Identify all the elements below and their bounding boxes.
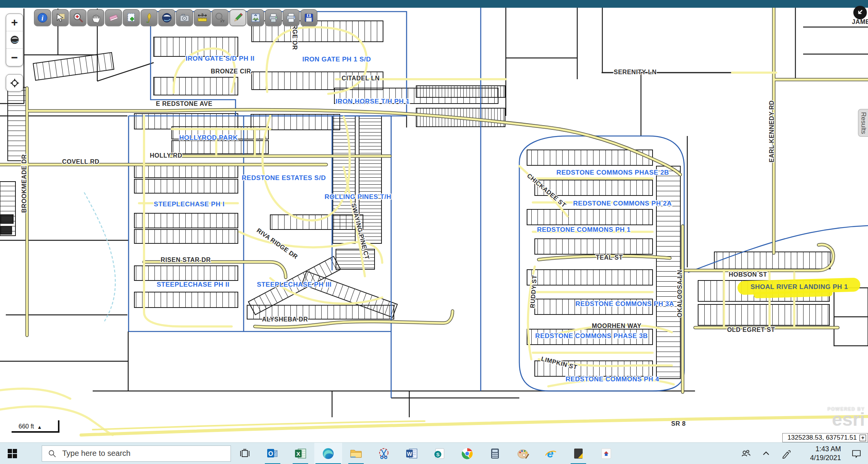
zoom-to-xy-button[interactable]: XY — [212, 9, 229, 26]
globe-view-button[interactable] — [158, 9, 175, 26]
save-button[interactable] — [300, 9, 317, 26]
sharepoint-icon: S — [433, 447, 446, 460]
print-button[interactable] — [283, 9, 300, 26]
measure-button[interactable]: ? — [194, 9, 211, 26]
search-input[interactable] — [61, 449, 225, 458]
arrow-down-left-icon — [856, 9, 864, 17]
windows-taskbar: O X — [0, 442, 868, 464]
print-preview-button[interactable] — [265, 9, 282, 26]
windows-ink-pen-icon[interactable] — [781, 449, 791, 459]
app-snipping-tool[interactable] — [370, 443, 398, 464]
file-explorer-icon — [349, 447, 363, 460]
taskbar-search[interactable] — [42, 445, 231, 462]
svg-text:S: S — [436, 452, 440, 457]
map-add-icon — [125, 12, 137, 24]
label-brookmeade-dr: BROOKMEADE DR — [21, 154, 27, 212]
taskbar-clock[interactable]: 1:43 AM 4/19/2021 — [801, 445, 841, 462]
label-okaloosa-ln: OKALOOSA LN — [676, 270, 683, 317]
export-image-button[interactable] — [247, 9, 264, 26]
crosshair-icon — [9, 78, 20, 88]
results-tab[interactable]: Results — [858, 109, 868, 137]
label-earl-kennedy-rd: EARL KENNEDY RD — [768, 100, 775, 163]
scale-bar: 660 ft ▲ — [12, 420, 59, 433]
app-word[interactable]: W — [398, 443, 426, 464]
start-button[interactable] — [0, 443, 25, 464]
app-paint[interactable] — [509, 443, 537, 464]
esri-watermark: POWERED BY esri — [827, 406, 865, 428]
label-riva-ridge-dr: RIVA RIDGE DR — [256, 227, 299, 260]
screenshot-button[interactable] — [176, 9, 193, 26]
map-canvas[interactable]: BRONZE CIR FORGE DR CITADEL LN E REDSTON… — [0, 0, 868, 442]
coordinates-value: 1325238.53, 637571.51 — [787, 434, 857, 442]
eraser-icon — [108, 12, 119, 24]
chevron-up-icon[interactable] — [761, 449, 771, 458]
search-icon — [48, 449, 56, 458]
app-outlook[interactable]: O — [259, 443, 287, 464]
label-iron-horse: IRON HORSE T/H PH 1 — [336, 98, 410, 105]
app-light-home[interactable] — [592, 443, 620, 464]
roads-yellow — [0, 8, 868, 435]
label-steeplechase-2: STEEPLECHASE PH II — [157, 281, 229, 288]
task-view-button[interactable] — [231, 443, 259, 464]
zoom-in-control[interactable]: + — [6, 14, 23, 31]
zoom-out-control[interactable]: − — [6, 49, 23, 66]
edge-icon — [322, 447, 335, 460]
collapse-results-button[interactable] — [853, 6, 867, 19]
label-risen-star-dr: RISEN STAR DR — [161, 257, 211, 263]
app-sharepoint[interactable]: S — [426, 443, 453, 464]
dark-app-icon — [573, 448, 584, 459]
pan-button[interactable] — [87, 9, 104, 26]
coordinates-readout: 1325238.53, 637571.51 + — [782, 433, 868, 442]
pan-hand-icon — [90, 12, 102, 24]
select-by-rectangle-button[interactable] — [52, 9, 69, 26]
select-cursor-icon — [54, 12, 66, 24]
outlook-icon: O — [266, 447, 279, 460]
plus-glyph: + — [861, 435, 864, 440]
info-icon: i — [37, 12, 48, 24]
pencil-icon — [232, 12, 244, 24]
label-james: JAMES — [852, 19, 868, 25]
app-internet-explorer[interactable]: e — [537, 443, 565, 464]
label-old-egret-st: OLD EGRET ST — [727, 326, 775, 333]
app-dark-notes[interactable] — [565, 443, 592, 464]
app-file-explorer[interactable] — [342, 443, 370, 464]
zoom-out-glyph: − — [11, 51, 18, 64]
app-chrome[interactable] — [453, 443, 481, 464]
camera-icon — [179, 12, 190, 24]
placemark-button[interactable] — [141, 9, 158, 26]
svg-text:i: i — [41, 14, 44, 22]
draw-button[interactable] — [229, 9, 246, 26]
label-covell-rd: COVELL RD — [62, 158, 100, 165]
coordinates-expand-button[interactable]: + — [860, 435, 866, 441]
svg-text:XY: XY — [220, 19, 225, 23]
snipping-tool-icon — [378, 447, 390, 460]
locate-button[interactable] — [6, 74, 23, 92]
label-serenity-ln: SERENITY LN — [614, 69, 657, 75]
label-commons-3b: REDSTONE COMMONS PHASE 3B — [535, 332, 648, 340]
subdivision-boundaries — [129, 8, 868, 398]
erase-button[interactable] — [105, 9, 122, 26]
svg-text:W: W — [407, 450, 412, 457]
browser-top-strip — [0, 0, 868, 8]
label-sr8: SR 8 — [671, 420, 686, 427]
people-icon[interactable] — [741, 448, 751, 459]
label-bronze-cir: BRONZE CIR — [211, 68, 251, 75]
add-selection-button[interactable] — [123, 9, 140, 26]
app-excel[interactable]: X — [287, 443, 314, 464]
excel-icon: X — [294, 447, 307, 460]
task-view-icon — [240, 449, 250, 459]
label-commons-2b: REDSTONE COMMONS PHASE 2B — [556, 169, 669, 176]
zoom-in-button[interactable] — [70, 9, 86, 26]
app-edge[interactable] — [314, 443, 342, 464]
label-commons-3a: REDSTONE COMMONS PH 3A — [575, 300, 674, 308]
measure-ruler-icon: ? — [197, 12, 208, 24]
zoom-panel: + − — [6, 14, 23, 66]
app-calculator[interactable] — [481, 443, 509, 464]
lot-blocks — [0, 21, 830, 379]
identify-button[interactable]: i — [34, 9, 51, 26]
map-toolbar: i — [34, 9, 317, 26]
clock-time: 1:43 AM — [801, 445, 841, 454]
label-moorhen-way: MOORHEN WAY — [592, 323, 641, 329]
home-extent-control[interactable] — [6, 31, 23, 49]
action-center-icon[interactable] — [851, 448, 862, 459]
